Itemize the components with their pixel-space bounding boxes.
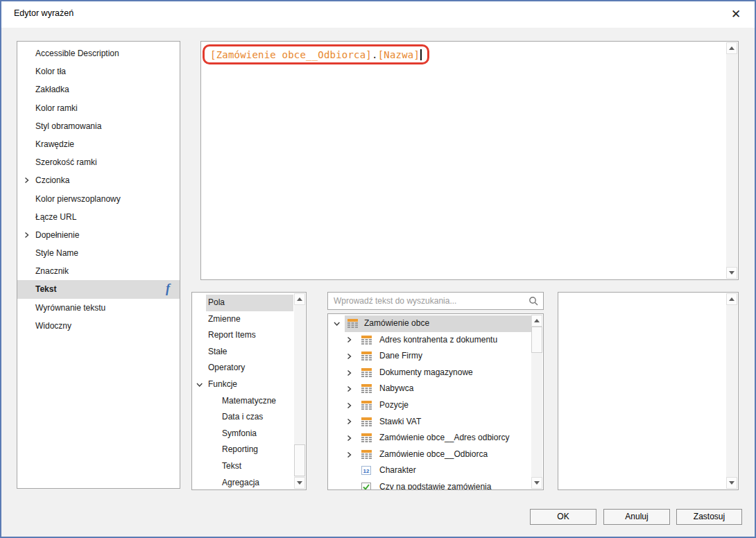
categories-list: PolaZmienneReport ItemsStałeOperatoryFun… [191, 292, 307, 490]
property-item[interactable]: Accessible Description [17, 44, 180, 62]
property-item[interactable]: Kolor pierwszoplanowy [17, 190, 180, 208]
arrow-down-icon [729, 481, 734, 485]
property-item[interactable]: Czcionka [17, 171, 180, 189]
property-item[interactable]: Dopełnienie [17, 226, 180, 244]
chevron-right-icon[interactable] [346, 414, 352, 431]
property-item-label: Accessible Description [17, 44, 180, 62]
table-icon [361, 368, 372, 377]
property-item-label: Szerokość ramki [17, 153, 180, 171]
expression-editor[interactable]: [Zamówienie obce__Odbiorca].[Nazwa] [200, 41, 739, 280]
tree-item[interactable]: Nabywca [328, 381, 543, 397]
tree-item[interactable]: Dokumenty magazynowe [328, 365, 543, 381]
category-item[interactable]: Stałe [206, 344, 293, 361]
tree-scrollbar[interactable] [531, 315, 542, 489]
tree-item[interactable]: Zamówienie obce__Odbiorca [328, 446, 543, 463]
table-icon [361, 384, 372, 393]
arrow-up-icon [534, 319, 540, 322]
property-item[interactable]: Kolor tła [17, 62, 180, 80]
description-scrollbar[interactable] [726, 293, 737, 489]
scroll-down-button[interactable] [726, 267, 737, 279]
category-item[interactable]: Zmienne [206, 311, 293, 328]
chevron-right-icon[interactable] [24, 171, 30, 189]
category-item[interactable]: Reporting [206, 442, 293, 458]
scroll-up-button[interactable] [726, 293, 737, 305]
tree-item[interactable]: 12Charakter [328, 462, 543, 479]
ok-button[interactable]: OK [530, 509, 596, 525]
category-item[interactable]: Pola [206, 295, 293, 311]
tree-item[interactable]: Adres kontrahenta z dokumentu [328, 332, 543, 349]
scroll-down-button[interactable] [531, 477, 542, 489]
tree-item-label: Zamówienie obce [364, 315, 429, 332]
tree-item-label: Nabywca [379, 381, 413, 397]
property-item[interactable]: Szerokość ramki [17, 153, 180, 171]
category-item[interactable]: Funkcje [206, 376, 293, 393]
scrollbar-thumb[interactable] [294, 444, 305, 476]
property-item-label: Kolor tła [17, 62, 180, 80]
svg-text:12: 12 [363, 468, 370, 474]
property-item[interactable]: Wyrównanie tekstu [17, 299, 180, 317]
tree-item[interactable]: Dane Firmy [328, 348, 543, 365]
cancel-button[interactable]: Anuluj [603, 509, 670, 525]
tree-item-label: Zamówienie obce__Odbiorca [379, 446, 488, 463]
chevron-right-icon[interactable] [346, 381, 352, 397]
apply-button[interactable]: Zastosuj [676, 509, 742, 525]
property-item[interactable]: Łącze URL [17, 208, 180, 226]
table-icon [361, 352, 372, 361]
checkbox-icon [361, 483, 371, 490]
chevron-right-icon[interactable] [24, 226, 30, 244]
tree-item[interactable]: Czy na podstawie zamówienia [328, 479, 543, 490]
close-icon[interactable]: ✕ [725, 5, 746, 24]
property-item-label: Widoczny [17, 317, 180, 335]
chevron-down-icon[interactable] [196, 376, 203, 393]
tree-item[interactable]: Stawki VAT [328, 414, 543, 431]
category-item-label: Stałe [206, 344, 293, 361]
category-item-label: Operatory [206, 360, 293, 376]
property-item-label: Krawędzie [17, 135, 180, 153]
chevron-right-icon[interactable] [346, 430, 352, 446]
category-item[interactable]: Symfonia [206, 426, 293, 442]
arrow-down-icon [297, 481, 302, 485]
property-item[interactable]: Style Name [17, 244, 180, 262]
expression-input[interactable]: [Zamówienie obce__Odbiorca].[Nazwa] [210, 49, 420, 60]
scrollbar-thumb[interactable] [531, 327, 542, 353]
arrow-up-icon [297, 297, 302, 301]
category-item[interactable]: Operatory [206, 360, 293, 376]
chevron-right-icon[interactable] [346, 446, 352, 463]
category-item[interactable]: Report Items [206, 327, 293, 344]
expression-scrollbar[interactable] [726, 42, 737, 279]
search-input[interactable] [328, 293, 531, 309]
scroll-down-button[interactable] [294, 477, 305, 489]
scroll-up-button[interactable] [726, 42, 737, 54]
tree-item[interactable]: Zamówienie obce [328, 315, 543, 332]
scroll-down-button[interactable] [726, 477, 737, 489]
fields-tree: Zamówienie obceAdres kontrahenta z dokum… [327, 313, 544, 490]
tree-item[interactable]: Pozycje [328, 397, 543, 414]
property-item[interactable]: Kolor ramki [17, 99, 180, 117]
categories-scrollbar[interactable] [294, 293, 305, 489]
arrow-up-icon [729, 297, 734, 301]
property-item[interactable]: Styl obramowania [17, 117, 180, 135]
property-item[interactable]: Widoczny [17, 317, 180, 335]
property-item[interactable]: Tekstf [17, 280, 180, 298]
chevron-down-icon[interactable] [334, 315, 340, 332]
tree-item-label: Pozycje [379, 397, 409, 414]
property-item-label: Kolor ramki [17, 99, 180, 117]
table-icon [361, 401, 372, 410]
category-item[interactable]: Data i czas [206, 409, 293, 426]
property-item[interactable]: Zakładka [17, 80, 180, 98]
chevron-right-icon[interactable] [346, 365, 352, 381]
category-item[interactable]: Matematyczne [206, 393, 293, 410]
chevron-right-icon[interactable] [346, 397, 352, 414]
scroll-up-button[interactable] [294, 293, 305, 305]
category-item[interactable]: Agregacja [206, 475, 293, 490]
description-panel [558, 292, 739, 490]
text-caret [420, 49, 422, 60]
category-item[interactable]: Tekst [206, 458, 293, 475]
annotation-highlight: [Zamówienie obce__Odbiorca].[Nazwa] [203, 44, 429, 64]
property-item[interactable]: Znacznik [17, 262, 180, 280]
property-item[interactable]: Krawędzie [17, 135, 180, 153]
tree-item[interactable]: Zamówienie obce__Adres odbiorcy [328, 430, 543, 446]
chevron-right-icon[interactable] [346, 348, 352, 365]
scroll-up-button[interactable] [531, 315, 542, 327]
chevron-right-icon[interactable] [346, 332, 352, 349]
